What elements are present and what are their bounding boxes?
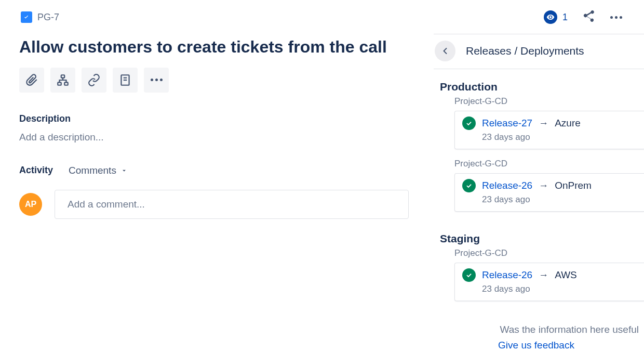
release-timestamp: 23 days ago xyxy=(482,132,637,142)
arrow-left-icon xyxy=(440,46,450,56)
release-card[interactable]: Release-26 → OnPrem 23 days ago xyxy=(454,173,644,212)
back-button[interactable] xyxy=(435,41,455,61)
watch-button[interactable]: 1 xyxy=(544,10,568,24)
activity-filter-label: Comments xyxy=(69,165,116,176)
add-child-button[interactable] xyxy=(50,68,75,93)
comment-placeholder: Add a comment... xyxy=(68,199,145,210)
page-icon xyxy=(118,73,132,87)
success-icon xyxy=(462,116,476,130)
issue-key-text: PG-7 xyxy=(37,12,59,23)
release-timestamp: 23 days ago xyxy=(482,195,637,205)
arrow-right-icon: → xyxy=(539,118,548,129)
project-label: Project-G-CD xyxy=(454,96,644,107)
hierarchy-icon xyxy=(56,73,70,87)
feedback-question: Was the information here useful xyxy=(434,324,639,335)
activity-label: Activity xyxy=(19,165,53,176)
svg-rect-0 xyxy=(61,75,65,77)
user-avatar[interactable]: AP xyxy=(19,193,42,216)
project-label: Project-G-CD xyxy=(454,248,644,258)
more-icon xyxy=(151,79,163,81)
release-link[interactable]: Release-26 xyxy=(482,269,532,281)
releases-panel: Releases / Deployments ProductionProject… xyxy=(434,34,644,350)
environment-label: Production xyxy=(440,81,644,93)
svg-rect-2 xyxy=(64,82,68,85)
eye-icon xyxy=(544,10,557,24)
task-icon xyxy=(21,11,32,23)
attach-button[interactable] xyxy=(19,68,44,93)
feedback-link[interactable]: Give us feedback xyxy=(434,340,639,350)
issue-key[interactable]: PG-7 xyxy=(21,11,59,23)
project-label: Project-G-CD xyxy=(454,159,644,169)
description-label: Description xyxy=(19,113,409,124)
share-button[interactable] xyxy=(582,9,596,25)
release-link[interactable]: Release-27 xyxy=(482,118,532,129)
more-actions-button[interactable] xyxy=(610,16,622,19)
environment-label: Staging xyxy=(440,232,644,245)
comment-input[interactable]: Add a comment... xyxy=(55,190,409,219)
page-button[interactable] xyxy=(113,68,138,93)
deployment-target: OnPrem xyxy=(555,180,592,191)
more-tools-button[interactable] xyxy=(144,68,169,93)
deployment-target: Azure xyxy=(555,118,581,129)
release-link[interactable]: Release-26 xyxy=(482,180,532,191)
watch-count: 1 xyxy=(562,12,568,23)
panel-title: Releases / Deployments xyxy=(466,45,584,57)
release-timestamp: 23 days ago xyxy=(482,284,637,294)
link-icon xyxy=(87,73,101,87)
release-card[interactable]: Release-27 → Azure 23 days ago xyxy=(454,111,644,149)
chevron-down-icon xyxy=(120,167,128,174)
arrow-right-icon: → xyxy=(539,269,548,281)
arrow-right-icon: → xyxy=(539,180,548,191)
deployment-target: AWS xyxy=(555,269,577,281)
release-card[interactable]: Release-26 → AWS 23 days ago xyxy=(454,263,644,301)
success-icon xyxy=(462,268,476,282)
activity-filter-dropdown[interactable]: Comments xyxy=(69,165,128,176)
issue-title[interactable]: Allow customers to create tickets from t… xyxy=(19,36,409,58)
svg-rect-1 xyxy=(58,82,61,85)
attachment-icon xyxy=(25,73,38,87)
description-placeholder[interactable]: Add a description... xyxy=(19,132,409,143)
link-button[interactable] xyxy=(82,68,106,93)
success-icon xyxy=(462,179,476,192)
